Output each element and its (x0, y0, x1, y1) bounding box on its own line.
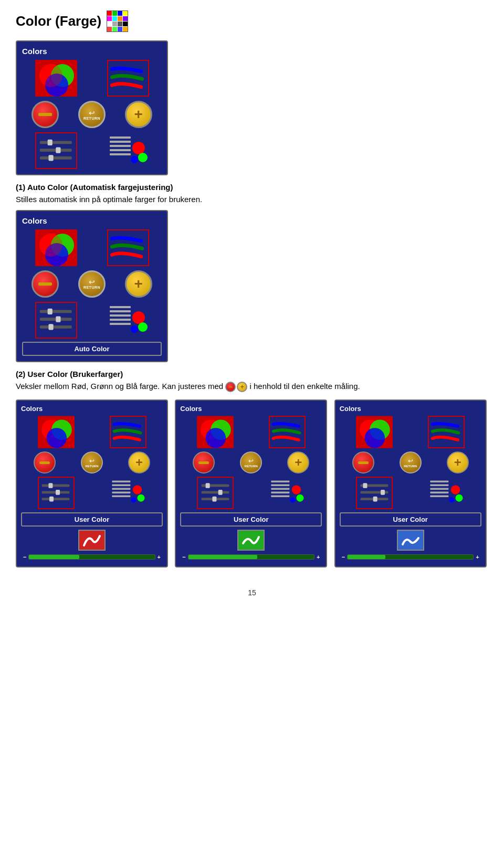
button-row: ↩ RETURN (22, 101, 162, 128)
brush-strokes-cell (94, 60, 162, 97)
panel2-slider-track[interactable] (188, 554, 314, 560)
title-text: Color (Farge) (16, 13, 101, 29)
return-arrow2: ↩ (89, 278, 95, 286)
svg-rect-13 (110, 141, 131, 143)
panel2-minus[interactable] (193, 451, 215, 474)
brush-strokes-cell2 (94, 229, 162, 266)
svg-rect-54 (112, 491, 130, 493)
svg-point-57 (137, 495, 144, 502)
brush-svg2 (110, 232, 145, 263)
panel3-rgb (356, 416, 393, 448)
panel2-return-arrow: ↩ (248, 457, 254, 465)
svg-rect-64 (201, 491, 229, 494)
panel1-user-color-bar[interactable]: User Color (21, 512, 163, 527)
minus-button2[interactable] (32, 270, 59, 298)
svg-rect-27 (40, 326, 72, 329)
svg-rect-14 (110, 145, 131, 147)
svg-rect-10 (49, 155, 54, 161)
panel3-plus[interactable] (447, 451, 469, 474)
svg-point-39 (131, 325, 138, 333)
panel2-btns: ↩ RETURN (180, 451, 322, 474)
panel1-slider-track[interactable] (28, 554, 155, 560)
inline-button-icons (225, 382, 247, 392)
svg-rect-29 (56, 317, 61, 322)
panel3-slider-plus: + (476, 554, 479, 560)
svg-rect-51 (112, 480, 130, 482)
panel2-user-color-bar[interactable]: User Color (180, 512, 322, 527)
svg-point-94 (451, 485, 460, 495)
plus-button2[interactable] (125, 270, 152, 298)
svg-rect-32 (110, 306, 131, 308)
panel2-plus[interactable] (287, 451, 309, 474)
color-grid-icon (107, 10, 128, 32)
panel1-return[interactable]: ↩ RETURN (81, 451, 103, 474)
panel1-title: Colors (21, 405, 163, 413)
sliders-icon2 (35, 302, 77, 339)
panel2-return[interactable]: ↩ RETURN (240, 451, 262, 474)
panel2-swatch (237, 530, 265, 551)
svg-rect-91 (430, 488, 449, 490)
dots-list-cell (94, 132, 162, 169)
svg-point-96 (449, 497, 455, 503)
dots-list-svg2 (107, 302, 149, 339)
panel3-btns: ↩ RETURN (340, 451, 481, 474)
minus-button[interactable] (32, 101, 59, 128)
plus-button[interactable] (125, 101, 152, 128)
panel3-minus[interactable] (352, 451, 374, 474)
sliders-cell2 (22, 302, 90, 339)
svg-point-81 (365, 428, 385, 448)
panel3-return[interactable]: ↩ RETURN (400, 451, 422, 474)
panel1-bottom-icons (21, 477, 163, 509)
panel2-user-color-sub: − + (180, 527, 322, 562)
svg-point-95 (456, 495, 463, 502)
svg-rect-8 (48, 140, 52, 145)
panel2-dots (269, 477, 306, 509)
svg-rect-44 (42, 485, 70, 487)
panel1-plus[interactable] (128, 451, 150, 474)
panel1-rgb (38, 416, 75, 448)
panel1-dots (110, 477, 146, 509)
svg-rect-33 (110, 310, 131, 312)
svg-rect-90 (430, 484, 449, 486)
svg-rect-46 (42, 498, 70, 501)
page-title: Color (Farge) (16, 10, 488, 32)
section1-heading: (1) Auto Color (Automatisk fargejusterin… (16, 183, 488, 192)
auto-color-bar[interactable]: Auto Color (22, 342, 162, 356)
svg-rect-92 (430, 491, 449, 493)
section1-text: Stilles automatisk inn på optimale farge… (16, 194, 488, 206)
panel3-return-arrow: ↩ (408, 457, 413, 465)
return-text: RETURN (83, 117, 100, 120)
panel1-slider-plus: + (158, 554, 161, 560)
svg-rect-15 (110, 149, 131, 151)
panel1-brush (110, 416, 146, 448)
three-panels-row: Colors ↩ (16, 399, 488, 567)
return-button2[interactable]: ↩ RETURN (78, 270, 106, 298)
panel3-title: Colors (340, 405, 481, 413)
return-button[interactable]: ↩ RETURN (78, 101, 106, 128)
svg-rect-5 (40, 141, 72, 144)
dots-list-cell2 (94, 302, 162, 339)
svg-point-75 (292, 485, 301, 495)
svg-point-43 (46, 428, 67, 448)
svg-rect-71 (271, 484, 289, 486)
panel3-user-color-bar[interactable]: User Color (340, 512, 481, 527)
panel1-minus[interactable] (34, 451, 56, 474)
panel2-title: Colors (180, 405, 322, 413)
panel2-swatch-icon (241, 533, 261, 548)
panel3-slider-track[interactable] (347, 554, 474, 560)
dots-list-svg (107, 132, 149, 169)
sliders-icon (35, 132, 77, 169)
panel2-slider-row: − + (182, 554, 320, 560)
auto-panel-title: Colors (22, 216, 162, 225)
panel1-slider-fill (29, 555, 79, 559)
return-text2: RETURN (83, 286, 100, 289)
panel1-slider-minus: − (23, 554, 26, 560)
svg-rect-9 (56, 148, 61, 153)
panel3-slider-fill (348, 555, 385, 559)
user-color-panel-1: Colors ↩ (16, 399, 170, 567)
panel2-icons-row (180, 416, 322, 448)
svg-rect-16 (110, 153, 131, 155)
user-color-panel-3: Colors ↩ (334, 399, 488, 567)
panel1-icons-row (21, 416, 163, 448)
panel2-colors: Colors ↩ (175, 399, 327, 567)
